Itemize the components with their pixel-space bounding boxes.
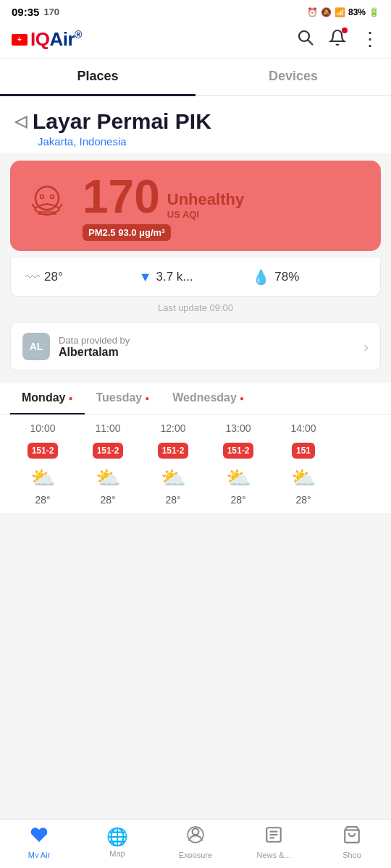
time-label-4: 14:00 xyxy=(277,422,330,440)
map-icon: 🌐 xyxy=(106,827,128,847)
nav-exposure[interactable]: Exposure xyxy=(174,825,217,859)
weather-emoji-2: ⛅ xyxy=(146,466,200,490)
aqi-data: 170 Unhealthy US AQI PM2.5 93.0 μg/m³ xyxy=(83,174,369,241)
monday-dot: ● xyxy=(68,394,72,402)
time-label-1: 11:00 xyxy=(81,422,135,440)
location-name: ◁ Layar Permai PIK xyxy=(14,109,377,134)
last-update: Last update 09:00 xyxy=(0,297,391,322)
aqi-status: Unhealthy xyxy=(167,190,244,209)
nav-map[interactable]: 🌐 Map xyxy=(96,827,139,858)
time-label-2: 12:00 xyxy=(146,422,200,440)
tuesday-dot: ● xyxy=(145,394,149,402)
svg-point-0 xyxy=(299,31,309,41)
provider-arrow-icon: › xyxy=(363,339,369,355)
wind-lines-icon: 〰 xyxy=(25,269,40,286)
status-extras: 170 xyxy=(43,7,59,17)
time-label-0: 10:00 xyxy=(16,422,70,440)
timeline-inner: 10:00 151-2 ⛅ 28° 11:00 151-2 ⛅ 28° 12:0… xyxy=(10,415,381,513)
humidity-item: 💧 78% xyxy=(252,268,366,286)
aqi-badge-4: 151 xyxy=(292,443,315,459)
weather-emoji-1: ⛅ xyxy=(81,466,135,490)
time-col-0: 10:00 151-2 ⛅ 28° xyxy=(10,415,75,513)
main-tabs: Places Devices xyxy=(0,59,391,96)
silent-icon: 🔕 xyxy=(321,7,332,17)
pm-badge: PM2.5 93.0 μg/m³ xyxy=(83,224,171,241)
svg-point-5 xyxy=(41,195,44,198)
status-time: 09:35 xyxy=(12,6,39,18)
wind-item: ▼ 3.7 k... xyxy=(139,270,253,285)
alarm-icon: ⏰ xyxy=(307,7,318,17)
svg-line-3 xyxy=(32,204,35,208)
temp-4: 28° xyxy=(277,494,330,506)
svg-line-4 xyxy=(59,204,62,208)
temp-3: 28° xyxy=(211,494,265,506)
time-label-3: 13:00 xyxy=(211,422,265,440)
more-icon[interactable]: ⋮ xyxy=(361,28,379,51)
notification-dot xyxy=(342,27,348,33)
nav-my-air[interactable]: My Air xyxy=(17,825,61,859)
weather-card: 〰 28° ▼ 3.7 k... 💧 78% xyxy=(10,258,381,297)
svg-line-1 xyxy=(308,40,313,45)
status-bar: 09:35 170 ⏰ 🔕 📶 83% 🔋 xyxy=(0,0,391,21)
aqi-card: 170 Unhealthy US AQI PM2.5 93.0 μg/m³ xyxy=(10,161,381,251)
humidity-icon: 💧 xyxy=(252,268,270,286)
svg-point-9 xyxy=(193,828,199,835)
search-icon[interactable] xyxy=(297,29,314,51)
temperature-item: 〰 28° xyxy=(25,269,139,286)
temperature-value: 28° xyxy=(44,270,63,284)
header-icons: ⋮ xyxy=(297,28,379,51)
cart-icon xyxy=(342,825,361,848)
location-arrow-icon: ◁ xyxy=(14,112,27,131)
logo-text: IQAir® xyxy=(30,28,82,51)
logo: + IQAir® xyxy=(12,28,82,51)
mask-icon xyxy=(22,182,72,233)
provider-avatar: AL xyxy=(22,333,50,360)
sys-nav-placeholder xyxy=(0,858,391,868)
wind-arrow-icon: ▼ xyxy=(139,270,152,285)
day-tab-tuesday[interactable]: Tuesday ● xyxy=(85,383,161,415)
aqi-unit: US AQI xyxy=(167,209,244,220)
temp-2: 28° xyxy=(146,494,200,506)
battery-icon: 🔋 xyxy=(369,7,379,17)
nav-news[interactable]: News &... xyxy=(252,825,295,859)
person-circle-icon xyxy=(186,825,205,848)
location-section: ◁ Layar Permai PIK Jakarta, Indonesia xyxy=(0,96,391,153)
app-header: + IQAir® ⋮ xyxy=(0,21,391,59)
aqi-badge-0: 151-2 xyxy=(28,443,59,459)
weather-emoji-0: ⛅ xyxy=(16,466,70,490)
provider-card[interactable]: AL Data provided by Albertalam › xyxy=(10,322,381,371)
heart-icon xyxy=(30,825,49,848)
weather-emoji-3: ⛅ xyxy=(211,466,265,490)
provider-name: Albertalam xyxy=(59,346,355,359)
tab-places[interactable]: Places xyxy=(0,59,196,96)
day-tab-wednesday[interactable]: Wednesday ● xyxy=(161,383,256,415)
days-tabs: Monday ● Tuesday ● Wednesday ● xyxy=(0,383,391,415)
provider-text: Data provided by Albertalam xyxy=(59,335,355,359)
temp-1: 28° xyxy=(81,494,135,506)
location-city: Jakarta, Indonesia xyxy=(38,135,377,148)
time-col-4: 14:00 151 ⛅ 28° xyxy=(271,415,336,513)
nav-shop[interactable]: Shop xyxy=(330,825,374,859)
aqi-badge-3: 151-2 xyxy=(223,443,254,459)
aqi-number: 170 xyxy=(83,174,160,220)
battery-text: 83% xyxy=(348,7,366,17)
temp-0: 28° xyxy=(16,494,70,506)
aqi-badge-2: 151-2 xyxy=(158,443,189,459)
nav-map-label: Map xyxy=(109,849,125,858)
weather-emoji-4: ⛅ xyxy=(277,466,330,490)
aqi-badge-1: 151-2 xyxy=(93,443,124,459)
logo-flag: + xyxy=(12,34,28,46)
wednesday-dot: ● xyxy=(240,394,244,402)
day-tab-monday[interactable]: Monday ● xyxy=(10,383,85,415)
time-col-3: 13:00 151-2 ⛅ 28° xyxy=(206,415,271,513)
timeline: 10:00 151-2 ⛅ 28° 11:00 151-2 ⛅ 28° 12:0… xyxy=(0,415,391,513)
signal-icon: 📶 xyxy=(335,7,345,17)
news-icon xyxy=(264,825,283,848)
humidity-value: 78% xyxy=(274,270,299,284)
tab-devices[interactable]: Devices xyxy=(196,59,391,96)
notification-icon[interactable] xyxy=(329,29,346,51)
provider-label: Data provided by xyxy=(59,335,355,346)
svg-point-6 xyxy=(51,195,54,198)
time-col-2: 12:00 151-2 ⛅ 28° xyxy=(140,415,206,513)
wind-speed: 3.7 k... xyxy=(156,270,193,284)
